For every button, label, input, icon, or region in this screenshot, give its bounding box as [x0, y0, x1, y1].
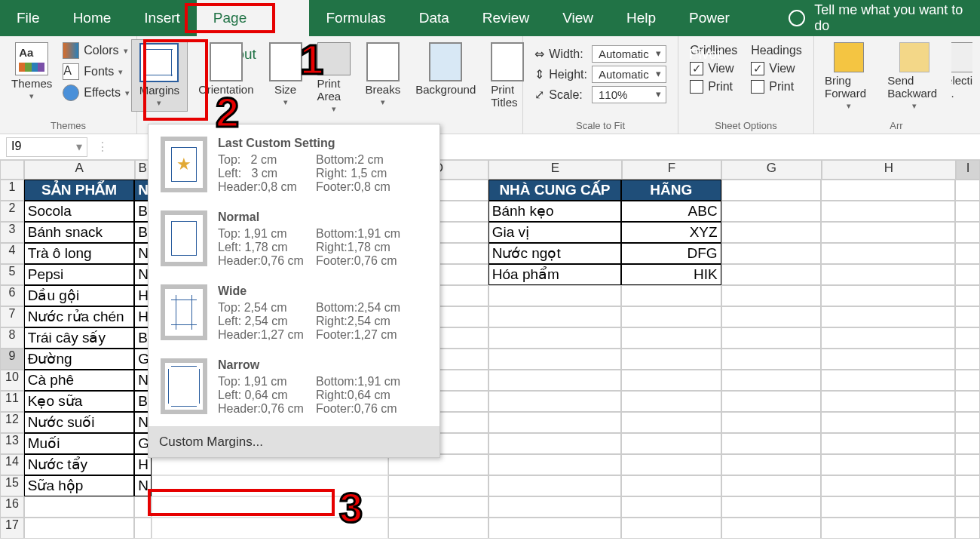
cell[interactable]	[955, 222, 980, 243]
cell[interactable]	[488, 306, 621, 327]
row-header[interactable]: 6	[0, 285, 24, 306]
cell[interactable]: Gia vị	[488, 222, 621, 243]
col-header-f[interactable]: F	[622, 160, 721, 180]
cell[interactable]	[955, 264, 980, 285]
scale-select[interactable]: 110%	[592, 86, 666, 103]
cell[interactable]	[721, 285, 822, 306]
row-header[interactable]: 8	[0, 327, 24, 349]
cell[interactable]	[721, 222, 822, 243]
cell[interactable]	[955, 454, 980, 475]
cell[interactable]	[955, 518, 980, 539]
cell[interactable]: ABC	[621, 201, 721, 222]
cell[interactable]	[488, 285, 621, 306]
cell[interactable]	[721, 264, 822, 285]
tab-formulas[interactable]: Formulas	[309, 0, 402, 36]
col-header-g[interactable]: G	[721, 160, 821, 180]
cell[interactable]: N	[134, 475, 151, 496]
cell[interactable]	[621, 349, 721, 370]
cell[interactable]	[488, 349, 621, 370]
cell[interactable]	[134, 518, 151, 539]
cell[interactable]	[955, 412, 980, 433]
cell[interactable]: Socola	[24, 201, 135, 222]
row-header[interactable]: 11	[0, 391, 24, 412]
fonts-button[interactable]: AFonts ▾	[63, 63, 130, 80]
cell[interactable]	[721, 201, 822, 222]
cell[interactable]	[821, 412, 955, 433]
tab-data[interactable]: Data	[403, 0, 466, 36]
cell[interactable]	[621, 433, 721, 454]
selection-pane-button[interactable]: Selection P...	[951, 39, 972, 103]
cell[interactable]	[24, 518, 135, 539]
row-header[interactable]: 13	[0, 433, 24, 454]
col-header-a[interactable]: A	[24, 160, 135, 180]
row-header[interactable]: 14	[0, 454, 24, 475]
size-button[interactable]: Size▾	[265, 39, 307, 110]
row-header[interactable]: 12	[0, 412, 24, 433]
cell[interactable]	[721, 243, 822, 264]
cell[interactable]	[955, 180, 980, 201]
cell[interactable]: Bánh kẹo	[488, 201, 621, 222]
background-button[interactable]: Background	[411, 39, 480, 99]
cell[interactable]	[721, 475, 822, 496]
height-select[interactable]: Automatic	[592, 66, 666, 83]
tab-power-pivot[interactable]: Power Pivot	[672, 0, 781, 36]
cell[interactable]	[821, 391, 955, 412]
colors-button[interactable]: Colors ▾	[63, 42, 130, 59]
cell[interactable]	[488, 518, 621, 539]
cell[interactable]	[955, 433, 980, 454]
cell[interactable]	[821, 243, 955, 264]
cell[interactable]	[721, 433, 822, 454]
cell[interactable]	[955, 201, 980, 222]
margins-option-wide[interactable]: Wide Top: 2,54 cmBottom:2,54 cm Left: 2,…	[149, 278, 439, 352]
cell[interactable]: SẢN PHẨM	[24, 180, 135, 201]
cell[interactable]: Dầu gội	[24, 285, 135, 306]
cell[interactable]	[621, 285, 721, 306]
cell[interactable]	[821, 349, 955, 370]
cell[interactable]: Kẹo sữa	[24, 391, 135, 412]
cell[interactable]: Hóa phẩm	[488, 264, 621, 285]
cell[interactable]	[388, 518, 488, 539]
cell[interactable]: Nước ngọt	[488, 243, 621, 264]
cell[interactable]	[488, 475, 621, 496]
cell[interactable]	[134, 496, 151, 518]
cell[interactable]	[488, 496, 621, 518]
cell[interactable]	[955, 285, 980, 306]
cell[interactable]: DFG	[621, 243, 721, 264]
cell[interactable]	[955, 327, 980, 349]
cell[interactable]	[721, 496, 822, 518]
cell[interactable]	[621, 454, 721, 475]
width-select[interactable]: Automatic	[592, 45, 666, 63]
cell[interactable]	[488, 412, 621, 433]
tab-view[interactable]: View	[546, 0, 610, 36]
col-header-e[interactable]: E	[488, 160, 622, 180]
cell[interactable]	[621, 306, 721, 327]
cell[interactable]	[24, 496, 135, 518]
cell[interactable]	[488, 433, 621, 454]
cell[interactable]	[621, 518, 721, 539]
cell[interactable]	[621, 496, 721, 518]
margins-option-narrow[interactable]: Narrow Top: 1,91 cmBottom:1,91 cm Left: …	[149, 352, 439, 426]
cell[interactable]	[821, 306, 955, 327]
cell[interactable]	[955, 496, 980, 518]
cell[interactable]	[721, 518, 822, 539]
cell[interactable]: HÃNG	[621, 180, 721, 201]
cell[interactable]	[721, 391, 822, 412]
row-header[interactable]: 7	[0, 306, 24, 327]
row-header[interactable]: 4	[0, 243, 24, 264]
cell[interactable]: Nước tẩy	[24, 454, 135, 475]
tab-home[interactable]: Home	[57, 0, 128, 36]
cell[interactable]: Đường	[24, 349, 135, 370]
col-header-h[interactable]: H	[822, 160, 956, 180]
breaks-button[interactable]: Breaks▾	[361, 39, 406, 110]
cell[interactable]: Trà ô long	[24, 243, 135, 264]
row-header[interactable]: 2	[0, 201, 24, 222]
cell[interactable]: Nước rửa chén	[24, 306, 135, 327]
cell[interactable]	[488, 454, 621, 475]
cell[interactable]	[821, 201, 955, 222]
cell[interactable]	[621, 370, 721, 391]
cell[interactable]	[488, 327, 621, 349]
cell[interactable]: Bánh snack	[24, 222, 135, 243]
cell[interactable]	[721, 412, 822, 433]
cell[interactable]: HIK	[621, 264, 721, 285]
cell[interactable]	[721, 349, 822, 370]
